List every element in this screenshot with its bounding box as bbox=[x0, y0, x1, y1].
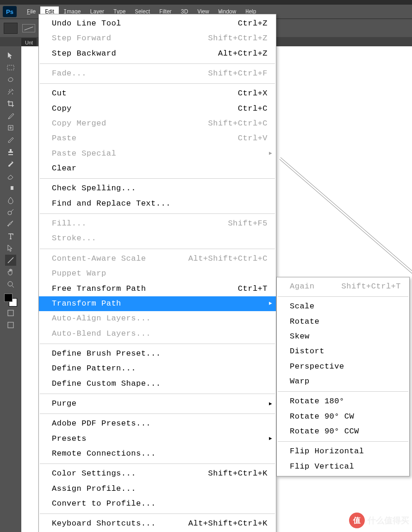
tool-stamp[interactable] bbox=[5, 146, 16, 157]
menuitem-cut[interactable]: CutCtrl+X bbox=[39, 86, 276, 101]
svg-point-4 bbox=[8, 211, 12, 215]
tool-eyedropper[interactable] bbox=[5, 110, 16, 121]
menuitem-find-and-replace-text[interactable]: Find and Replace Text... bbox=[39, 196, 276, 211]
document-tab[interactable]: Unt bbox=[21, 38, 37, 47]
color-swatch[interactable] bbox=[4, 294, 17, 307]
menuitem-copy[interactable]: CopyCtrl+C bbox=[39, 101, 276, 116]
line-tool-icon[interactable] bbox=[22, 24, 35, 32]
menuitem-skew[interactable]: Skew bbox=[277, 329, 409, 344]
tool-zoom[interactable] bbox=[5, 279, 16, 290]
menuitem-rotate-180[interactable]: Rotate 180° bbox=[277, 394, 409, 409]
menuitem-warp[interactable]: Warp bbox=[277, 374, 409, 389]
menuitem-shortcut: Shift+Ctrl+T bbox=[342, 281, 401, 293]
watermark-icon: 值 bbox=[349, 513, 365, 528]
menuitem-flip-vertical[interactable]: Flip Vertical bbox=[277, 459, 409, 474]
menuitem-flip-horizontal[interactable]: Flip Horizontal bbox=[277, 444, 409, 459]
menuitem-shortcut: Shift+Ctrl+K bbox=[208, 468, 268, 480]
menuitem-label: Rotate bbox=[290, 316, 319, 328]
tool-marquee[interactable] bbox=[5, 62, 16, 73]
menuitem-undo-line-tool[interactable]: Undo Line ToolCtrl+Z bbox=[39, 16, 276, 31]
submenu-arrow-icon: ▶ bbox=[269, 300, 272, 307]
tool-line[interactable] bbox=[5, 255, 16, 266]
tool-preset-picker[interactable] bbox=[4, 23, 18, 34]
menuitem-stroke: Stroke... bbox=[39, 231, 276, 246]
tool-lasso[interactable] bbox=[5, 74, 16, 85]
menuitem-step-backward[interactable]: Step BackwardAlt+Ctrl+Z bbox=[39, 46, 276, 61]
menuitem-label: Copy Merged bbox=[52, 118, 106, 130]
svg-rect-7 bbox=[8, 322, 13, 328]
tool-heal[interactable] bbox=[5, 122, 16, 133]
menuitem-label: Assign Profile... bbox=[52, 483, 136, 495]
menuitem-define-pattern[interactable]: Define Pattern... bbox=[39, 361, 276, 376]
menuitem-label: Clear bbox=[52, 163, 77, 175]
tool-quickmask[interactable] bbox=[5, 307, 16, 319]
tool-eraser[interactable] bbox=[5, 170, 16, 182]
svg-rect-0 bbox=[7, 65, 14, 70]
menubar-item-file[interactable]: File bbox=[22, 6, 40, 17]
tool-gradient[interactable] bbox=[5, 182, 16, 194]
tool-pen[interactable] bbox=[5, 219, 16, 230]
menuitem-scale[interactable]: Scale bbox=[277, 299, 409, 314]
menuitem-label: Auto-Align Layers... bbox=[52, 313, 151, 325]
tool-screenmode[interactable] bbox=[5, 319, 16, 331]
watermark: 值 什么值得买 bbox=[349, 513, 409, 528]
svg-rect-3 bbox=[8, 186, 11, 190]
menuitem-perspective[interactable]: Perspective bbox=[277, 359, 409, 374]
menuitem-shortcut: Shift+Ctrl+C bbox=[208, 118, 268, 130]
tools-panel bbox=[0, 46, 21, 532]
menuitem-assign-profile[interactable]: Assign Profile... bbox=[39, 482, 276, 496]
menuitem-check-spelling[interactable]: Check Spelling... bbox=[39, 181, 276, 196]
tool-crop[interactable] bbox=[5, 98, 16, 109]
menuitem-rotate-90-cw[interactable]: Rotate 90° CW bbox=[277, 409, 409, 424]
tool-blur[interactable] bbox=[5, 194, 16, 206]
tool-history[interactable] bbox=[5, 158, 16, 169]
menuitem-transform-path[interactable]: Transform Path▶ bbox=[39, 296, 276, 311]
menuitem-label: Scale bbox=[290, 300, 315, 313]
menuitem-auto-blend-layers: Auto-Blend Layers... bbox=[39, 326, 276, 341]
svg-rect-6 bbox=[8, 310, 13, 316]
tool-dodge[interactable] bbox=[5, 207, 16, 218]
tool-move[interactable] bbox=[5, 50, 16, 61]
menuitem-color-settings[interactable]: Color Settings...Shift+Ctrl+K bbox=[39, 466, 276, 481]
menuitem-define-brush-preset[interactable]: Define Brush Preset... bbox=[39, 346, 276, 361]
menuitem-distort[interactable]: Distort bbox=[277, 344, 409, 359]
menuitem-define-custom-shape[interactable]: Define Custom Shape... bbox=[39, 376, 276, 391]
menuitem-label: Paste bbox=[52, 132, 77, 144]
menuitem-presets[interactable]: Presets▶ bbox=[39, 432, 276, 446]
menuitem-shortcut: Ctrl+X bbox=[238, 88, 268, 100]
menuitem-label: Paste Special bbox=[52, 148, 116, 160]
window-titlebar bbox=[0, 0, 412, 5]
menuitem-label: Define Brush Preset... bbox=[52, 348, 161, 360]
menuitem-shortcut: Shift+Ctrl+F bbox=[208, 68, 268, 80]
tool-wand[interactable] bbox=[5, 86, 16, 97]
menuitem-label: Warp bbox=[290, 376, 310, 388]
menuitem-paste-special: Paste Special▶ bbox=[39, 146, 276, 161]
menuitem-rotate-90-ccw[interactable]: Rotate 90° CCW bbox=[277, 424, 409, 439]
menuitem-adobe-pdf-presets[interactable]: Adobe PDF Presets... bbox=[39, 416, 276, 431]
menuitem-step-forward: Step ForwardShift+Ctrl+Z bbox=[39, 31, 276, 46]
menuitem-label: Remote Connections... bbox=[52, 448, 156, 460]
tool-type[interactable] bbox=[5, 231, 16, 242]
menuitem-rotate[interactable]: Rotate bbox=[277, 314, 409, 329]
menuitem-shortcut: Shift+F5 bbox=[228, 218, 268, 230]
tool-hand[interactable] bbox=[5, 267, 16, 278]
menuitem-label: Check Spelling... bbox=[52, 182, 136, 194]
menuitem-clear[interactable]: Clear bbox=[39, 161, 276, 176]
menuitem-label: Free Transform Path bbox=[52, 283, 146, 295]
menuitem-label: Step Backward bbox=[52, 48, 116, 60]
menuitem-fade: Fade...Shift+Ctrl+F bbox=[39, 66, 276, 81]
menuitem-label: Convert to Profile... bbox=[52, 498, 156, 510]
menuitem-purge[interactable]: Purge▶ bbox=[39, 396, 276, 411]
menuitem-label: Find and Replace Text... bbox=[52, 198, 171, 210]
menuitem-label: Define Custom Shape... bbox=[52, 378, 161, 390]
menuitem-convert-to-profile[interactable]: Convert to Profile... bbox=[39, 496, 276, 511]
menuitem-keyboard-shortcuts[interactable]: Keyboard Shortcuts...Alt+Shift+Ctrl+K bbox=[39, 516, 276, 531]
menuitem-free-transform-path[interactable]: Free Transform PathCtrl+T bbox=[39, 282, 276, 296]
tool-brush[interactable] bbox=[5, 134, 16, 145]
menuitem-label: Adobe PDF Presets... bbox=[52, 418, 151, 430]
menuitem-copy-merged: Copy MergedShift+Ctrl+C bbox=[39, 116, 276, 131]
menuitem-remote-connections[interactable]: Remote Connections... bbox=[39, 446, 276, 461]
menuitem-label: Purge bbox=[52, 398, 77, 410]
tool-path-select[interactable] bbox=[5, 243, 16, 254]
menuitem-shortcut: Ctrl+C bbox=[238, 103, 268, 115]
